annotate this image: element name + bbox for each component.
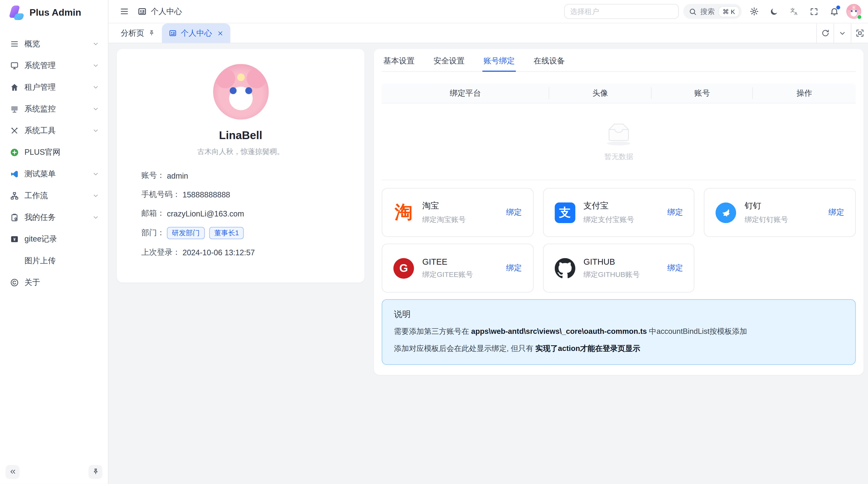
chevron-down-icon: [92, 127, 99, 134]
bind-action-link[interactable]: 绑定: [668, 207, 683, 218]
settings-button[interactable]: [746, 4, 762, 19]
chevron-down-icon: [92, 105, 99, 112]
card-desc: 绑定GITEE账号: [423, 269, 473, 280]
profile-field-value: 2024-10-06 13:12:57: [183, 248, 255, 257]
toggle-sidebar-button[interactable]: [116, 4, 132, 19]
chevron-down-icon: [839, 29, 846, 37]
card-desc: 绑定支付宝账号: [584, 215, 634, 225]
bind-action-link[interactable]: 绑定: [668, 263, 683, 273]
empty-inbox-icon: [601, 122, 636, 147]
tab-online-devices[interactable]: 在线设备: [532, 49, 566, 71]
profile-field-label: 手机号码：: [141, 190, 180, 200]
sidebar-item-label: 系统工具: [25, 126, 87, 136]
table-column: 操作: [753, 84, 856, 103]
bind-action-link[interactable]: 绑定: [506, 207, 522, 218]
translate-icon: 文A: [789, 7, 799, 16]
pin-icon[interactable]: [148, 29, 155, 37]
clipboard-icon: [10, 213, 19, 222]
card-texts: 钉钉绑定钉钉账号: [745, 200, 788, 224]
card-title: GITEE: [423, 257, 473, 266]
app-logo[interactable]: Plus Admin: [0, 0, 108, 26]
monitor-icon: [10, 61, 19, 70]
close-tab-icon[interactable]: [217, 30, 224, 36]
sidebar-item-label: 系统监控: [25, 104, 87, 114]
logo-icon: [9, 5, 24, 20]
binding-table: 绑定平台头像账号操作 暂无数据: [382, 84, 856, 180]
sidebar-item-tenant-management[interactable]: 租户管理: [4, 77, 103, 98]
card-gitee: GGITEE绑定GITEE账号绑定: [382, 244, 533, 293]
table-column: 头像: [549, 84, 651, 103]
menu-icon: [10, 39, 19, 49]
hamburger-icon: [119, 7, 129, 16]
taobao-icon: 淘: [394, 202, 414, 223]
sidebar-item-plus-website[interactable]: PLUS官网: [4, 142, 103, 163]
pin-icon: [92, 468, 99, 476]
card-texts: GITEE绑定GITEE账号: [423, 257, 473, 280]
page-tabs-bar: 分析页 个人中心: [108, 23, 868, 43]
svg-text:¥: ¥: [13, 237, 16, 242]
plus-circle-icon: [10, 148, 19, 157]
notifications-button[interactable]: [826, 4, 842, 19]
sidebar-item-system-management[interactable]: 系统管理: [4, 55, 103, 76]
language-button[interactable]: 文A: [786, 4, 802, 19]
profile-name: LinaBell: [141, 129, 340, 142]
chevron-down-icon: [92, 62, 99, 69]
panel-tabs: 基本设置安全设置账号绑定在线设备: [382, 49, 856, 72]
tab-security-settings[interactable]: 安全设置: [432, 49, 466, 71]
search-shortcut: ⌘ K: [719, 6, 739, 17]
sidebar-item-system-monitoring[interactable]: 系统监控: [4, 98, 103, 120]
sidebar-item-workflow[interactable]: 工作流: [4, 185, 103, 206]
card-alipay: 支支付宝绑定支付宝账号绑定: [543, 188, 695, 237]
maximize-content-button[interactable]: [850, 23, 868, 43]
sidebar-footer: [0, 459, 108, 484]
tab-menu-button[interactable]: [834, 23, 851, 43]
collapse-sidebar-button[interactable]: [5, 465, 20, 479]
search-icon: [689, 7, 696, 15]
sidebar-item-image-upload[interactable]: 图片上传: [4, 250, 103, 271]
tools-icon: [10, 126, 19, 135]
pin-sidebar-button[interactable]: [89, 465, 102, 479]
tab-account-binding[interactable]: 账号绑定: [483, 49, 516, 71]
tab-actions: [816, 23, 868, 43]
alipay-icon: 支: [555, 202, 575, 223]
breadcrumb-label: 个人中心: [151, 6, 182, 17]
sidebar-item-label: 工作流: [25, 191, 87, 201]
sidebar: Plus Admin 概览系统管理租户管理系统监控系统工具PLUS官网测试菜单工…: [0, 0, 108, 484]
card-desc: 绑定GITHUB账号: [584, 269, 640, 280]
sidebar-menu: 概览系统管理租户管理系统监控系统工具PLUS官网测试菜单工作流我的任务¥gite…: [0, 26, 108, 459]
tenant-select-input[interactable]: [564, 4, 679, 19]
global-search-button[interactable]: 搜索 ⌘ K: [683, 4, 742, 19]
binding-cards-grid: 淘淘宝绑定淘宝账号绑定支支付宝绑定支付宝账号绑定钉钉绑定钉钉账号绑定GGITEE…: [382, 188, 856, 293]
tab-basic-settings[interactable]: 基本设置: [382, 49, 415, 71]
sidebar-item-label: gitee记录: [25, 234, 99, 245]
sidebar-item-system-tools[interactable]: 系统工具: [4, 120, 103, 141]
sidebar-item-overview[interactable]: 概览: [4, 33, 103, 55]
breadcrumb[interactable]: 个人中心: [137, 6, 182, 17]
idcard-icon: [137, 7, 147, 16]
bind-action-link[interactable]: 绑定: [506, 263, 522, 273]
chevron-down-icon: [92, 214, 99, 221]
dark-mode-toggle[interactable]: [766, 4, 782, 19]
sidebar-item-test-menu[interactable]: 测试菜单: [4, 163, 103, 185]
department-tag: 研发部门: [167, 227, 205, 239]
profile-field: 账号：admin: [141, 170, 340, 181]
profile-field-value: crazyLionLi@163.com: [167, 209, 244, 218]
card-texts: GITHUB绑定GITHUB账号: [584, 257, 640, 280]
vscode-icon: [10, 170, 19, 179]
refresh-tab-button[interactable]: [816, 23, 834, 43]
app-title: Plus Admin: [29, 7, 81, 18]
card-title: 支付宝: [584, 200, 634, 211]
sidebar-item-my-tasks[interactable]: 我的任务: [4, 207, 103, 228]
tab-label: 分析页: [121, 28, 144, 38]
content-area: LinaBell 古木向人秋，惊蓬掠鬓稠。 账号：admin手机号码：15888…: [108, 43, 868, 484]
svg-text:A: A: [794, 11, 797, 16]
top-bar-right: 搜索 ⌘ K 文A: [564, 4, 861, 19]
sidebar-item-gitee-records[interactable]: ¥gitee记录: [4, 228, 103, 250]
tab-profile-center[interactable]: 个人中心: [162, 23, 230, 43]
sidebar-item-about[interactable]: 关于: [4, 272, 103, 293]
user-avatar[interactable]: [846, 4, 861, 19]
tab-analytics[interactable]: 分析页: [114, 23, 162, 43]
bind-action-link[interactable]: 绑定: [829, 207, 844, 218]
fullscreen-button[interactable]: [806, 4, 822, 19]
profile-field-label: 账号：: [141, 171, 165, 181]
